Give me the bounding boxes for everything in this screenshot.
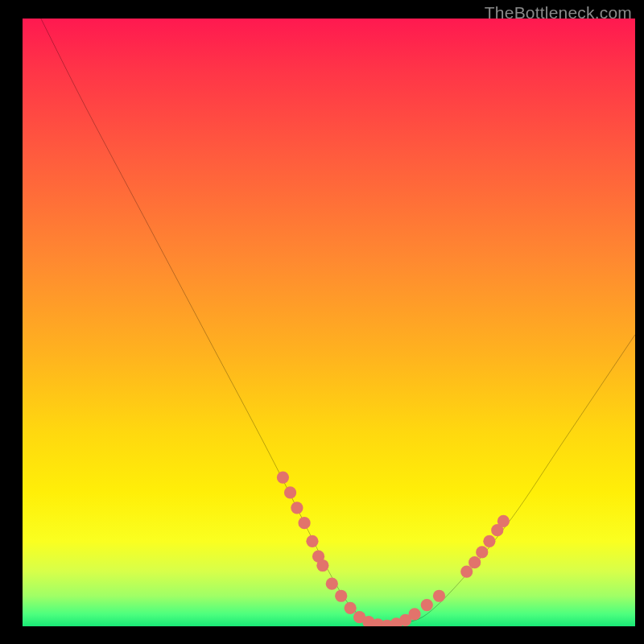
plot-area [23,19,635,626]
highlight-dot [316,559,328,572]
highlight-dots [23,19,635,626]
highlight-dot [408,608,420,620]
highlight-dot [497,515,510,527]
highlight-dot [277,471,289,483]
highlight-dot [476,546,488,558]
highlight-dot [291,502,303,514]
highlight-dot [326,578,338,590]
highlight-dot [433,590,445,602]
highlight-dot [483,535,495,547]
highlight-dot [469,556,481,568]
highlight-dot [284,486,296,498]
highlight-dot [335,590,347,602]
highlight-dot [298,517,310,529]
highlight-dot [306,535,318,547]
chart-frame: TheBottleneck.com [23,6,635,626]
highlight-dot [421,599,433,611]
highlight-dot [345,602,357,614]
